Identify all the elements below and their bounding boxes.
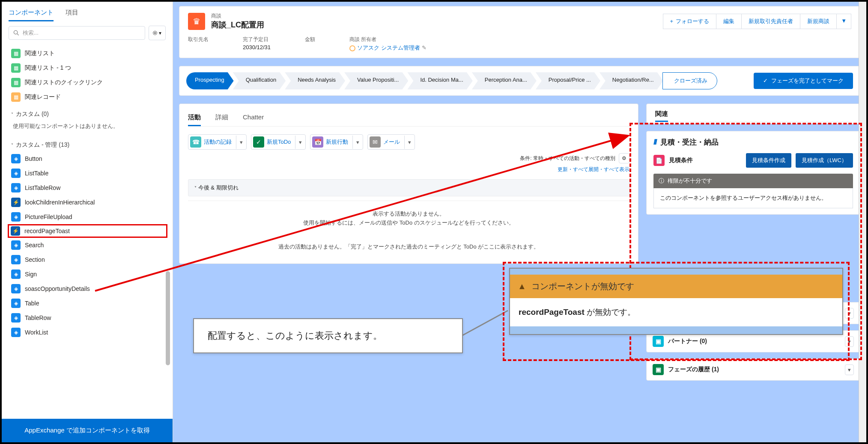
edit-button[interactable]: 編集 (716, 14, 742, 29)
record-header: ♛ 商談 商談_LC配置用 フォローする 編集 新規取引先責任者 新規商談 ▼ … (179, 6, 860, 58)
sidebar-item[interactable]: ◈Button (9, 151, 167, 166)
permission-error-body: このコンポーネントを参照するユーザーアクセス権がありません。 (653, 188, 853, 208)
record-name: 商談_LC配置用 (211, 20, 264, 30)
component-icon: ◈ (11, 154, 21, 163)
change-owner-icon[interactable]: ✎ (422, 44, 427, 51)
owner-clock-icon (349, 45, 355, 51)
past-activity-text: 過去の活動はありません。「完了」とマークされた過去のミーティングと ToDo が… (188, 236, 629, 258)
close-date-value: 2030/12/31 (243, 44, 271, 50)
sidebar-item[interactable]: ⚡lookChildrenInHierarchical (9, 195, 167, 210)
path-step[interactable]: Needs Analysis (285, 72, 345, 89)
component-icon: ▦ (11, 63, 21, 73)
activity-filter-button[interactable]: ⚙ (619, 153, 629, 163)
builder-sidebar: コンポーネント 項目 検索... ▼ ▦関連リスト▦関連リスト - 1 つ▦関連… (2, 2, 173, 442)
create-quote-lwc-button[interactable]: 見積作成（LWC） (796, 153, 853, 168)
component-icon: ⚡ (11, 198, 21, 207)
custom-section-header[interactable]: ˅カスタム (0) (9, 104, 167, 121)
search-input[interactable]: 検索... (9, 26, 145, 40)
search-settings-button[interactable]: ▼ (149, 26, 166, 40)
sidebar-item[interactable]: ◈soascOpportunityDetails (9, 281, 167, 296)
related-label: パートナー (0) (668, 337, 707, 345)
related-list-item[interactable]: ▣フェーズの履歴 (1)▾ (646, 358, 860, 381)
sidebar-item[interactable]: ▦関連リストのクイックリンク (9, 75, 167, 90)
more-actions-button[interactable]: ▼ (837, 14, 851, 29)
permission-error-header: ⓘ権限が不十分です (653, 174, 853, 188)
sidebar-item-label: ListTableRow (25, 184, 60, 191)
sidebar-item-label: lookChildrenInHierarchical (25, 199, 95, 206)
managed-section-header[interactable]: ˅カスタム - 管理 (13) (9, 135, 167, 151)
sidebar-item-label: Table (25, 300, 39, 307)
sidebar-item[interactable]: ◈Search (9, 238, 167, 252)
component-icon: ◈ (11, 284, 21, 293)
close-date-label: 完了予定日 (243, 36, 271, 43)
sidebar-item[interactable]: ◈Sign (9, 267, 167, 281)
sidebar-item[interactable]: ▦関連レコード (9, 90, 167, 104)
tab-detail[interactable]: 詳細 (215, 110, 228, 126)
sidebar-item[interactable]: ◈WorkList (9, 325, 167, 340)
sidebar-item[interactable]: ◈Section (9, 252, 167, 267)
chevron-down-icon: ▼ (158, 31, 162, 36)
sidebar-item[interactable]: ◈ListTable (9, 166, 167, 181)
new-task-button[interactable]: ✓新規ToDo▾ (251, 134, 306, 150)
sidebar-item[interactable]: ◈PictureFileUpload (9, 210, 167, 224)
sidebar-item-label: Sign (25, 271, 37, 278)
activity-filter-text: 条件: 常時・すべての活動・すべての種別 (520, 155, 615, 161)
sidebar-item[interactable]: ◈TableRow (9, 311, 167, 325)
chevron-down-icon[interactable]: ▾ (845, 336, 854, 347)
chevron-down-icon[interactable]: ▾ (845, 308, 854, 319)
email-button[interactable]: ✉メール▾ (367, 134, 415, 150)
sidebar-item[interactable]: ▦関連リスト - 1 つ (9, 61, 167, 75)
chevron-down-icon[interactable]: ▾ (236, 136, 246, 149)
follow-button[interactable]: フォローする (663, 14, 717, 29)
chevron-down-icon[interactable]: ▾ (845, 364, 854, 375)
appexchange-button[interactable]: AppExchange で追加コンポーネントを取得 (2, 419, 173, 442)
sales-path: ProspectingQualificationNeeds AnalysisVa… (186, 72, 750, 89)
sidebar-item[interactable]: ◈Table (9, 296, 167, 311)
task-icon: ✓ (253, 136, 264, 148)
tab-related[interactable]: 関連 (655, 110, 668, 122)
path-step[interactable]: Negotiation/Re... (600, 72, 663, 89)
component-icon: ▦ (11, 92, 21, 102)
tab-activity[interactable]: 活動 (188, 110, 201, 126)
new-opportunity-button[interactable]: 新規商談 (800, 14, 837, 29)
component-icon: ◈ (11, 169, 21, 178)
sidebar-item-recordpagetoast[interactable]: ⚡recordPageToast (8, 224, 167, 238)
quote-cond-label: 見積条件 (669, 157, 693, 164)
path-step[interactable]: Value Propositi... (344, 72, 408, 89)
chevron-down-icon[interactable]: ▾ (352, 136, 363, 149)
sidebar-item[interactable]: ◈ListTableRow (9, 181, 167, 195)
component-icon: ◈ (11, 255, 21, 264)
owner-link[interactable]: ソアスク システム管理者 (357, 44, 420, 51)
sidebar-item-label: Section (25, 256, 45, 263)
path-step[interactable]: Id. Decision Ma... (407, 72, 472, 89)
activity-links[interactable]: 更新・すべて展開・すべて表示 (188, 166, 629, 173)
new-contact-role-button[interactable]: 新規取引先責任者 (742, 14, 800, 29)
tab-fields[interactable]: 項目 (66, 5, 78, 21)
sidebar-item-label: PictureFileUpload (25, 213, 72, 220)
path-step-closed[interactable]: クローズ済み (662, 72, 717, 89)
log-call-icon: ☎ (190, 136, 201, 148)
sidebar-scrollbar[interactable] (166, 53, 170, 417)
upcoming-section[interactable]: ˅ 今後 & 期限切れ (188, 179, 629, 196)
create-quote-cond-button[interactable]: 見積条件作成 (746, 153, 791, 168)
tab-chatter[interactable]: Chatter (243, 110, 264, 126)
path-step[interactable]: Qualification (233, 72, 286, 89)
email-icon: ✉ (370, 136, 381, 148)
path-step[interactable]: Perception Ana... (472, 72, 537, 89)
new-event-button[interactable]: 📅新規行動▾ (310, 134, 363, 150)
path-step[interactable]: Proposal/Price ... (536, 72, 600, 89)
activity-empty: 表示する活動がありません。 使用を開始するには、メールの送信や ToDo のスケ… (188, 201, 629, 236)
sidebar-item[interactable]: ▦関連リスト (9, 46, 167, 61)
tab-components[interactable]: コンポーネント (9, 5, 54, 21)
path-step[interactable]: Prospecting (186, 72, 234, 89)
mark-stage-complete-button[interactable]: フェーズを完了としてマーク (754, 73, 853, 89)
custom-empty-hint: 使用可能なコンポーネントはありません。 (9, 121, 167, 135)
sidebar-item-label: 関連レコード (25, 93, 61, 101)
chevron-down-icon[interactable]: ▾ (404, 136, 415, 149)
sidebar-item-label: 関連リスト - 1 つ (25, 64, 71, 72)
chevron-down-icon[interactable]: ▾ (295, 136, 305, 149)
canvas-scrollbar[interactable] (859, 2, 866, 442)
log-call-button[interactable]: ☎活動の記録▾ (188, 134, 247, 150)
sidebar-item-label: Button (25, 155, 42, 162)
related-label: フェーズの履歴 (1) (668, 366, 719, 373)
